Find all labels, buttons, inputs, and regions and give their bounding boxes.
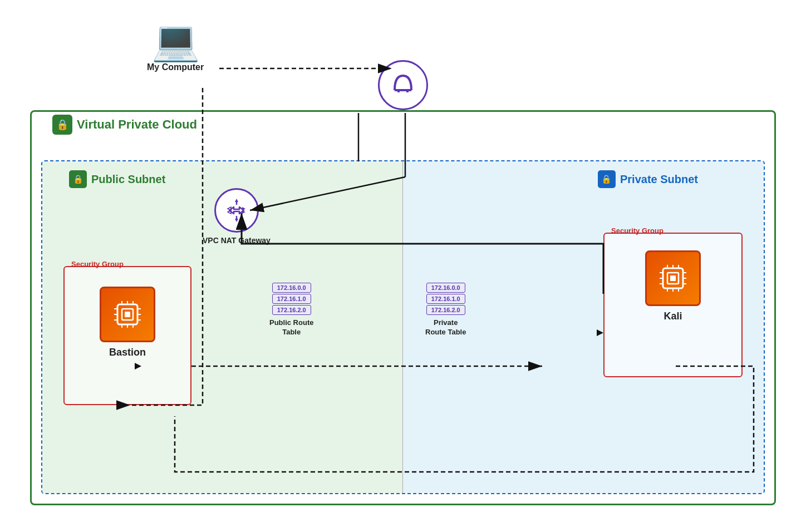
sg-bastion-label: Security Group xyxy=(71,260,124,268)
svg-rect-26 xyxy=(125,312,130,317)
my-computer: 💻 My Computer xyxy=(147,21,204,72)
vpc-label: 🔒 Virtual Private Cloud xyxy=(52,115,197,135)
public-subnet-icon: 🔒 xyxy=(69,170,87,188)
public-subnet-label: 🔒 Public Subnet xyxy=(69,170,165,188)
private-subnet-label: 🔒 Private Subnet xyxy=(598,170,698,188)
bastion-ec2-icon xyxy=(100,287,155,342)
nat-icon xyxy=(214,188,259,233)
sg-kali-label: Security Group xyxy=(611,226,664,235)
public-route-table: 172.16.0.0 172.16.1.0 172.16.2.0 Public … xyxy=(269,283,313,337)
laptop-icon: 💻 xyxy=(151,21,200,60)
security-group-bastion: Security Group xyxy=(63,266,191,405)
public-route-1: 172.16.0.0 xyxy=(272,283,311,293)
diagram-wrapper: 🔒 Virtual Private Cloud 💻 My Computer 🔒 … xyxy=(19,16,787,516)
bastion-container: Bastion xyxy=(100,287,155,358)
public-subnet-title: Public Subnet xyxy=(91,173,165,186)
private-subnet-icon: 🔒 xyxy=(598,170,616,188)
svg-marker-6 xyxy=(235,199,238,202)
public-route-3: 172.16.2.0 xyxy=(272,305,311,315)
private-route-3: 172.16.2.0 xyxy=(426,305,465,315)
kali-label: Kali xyxy=(664,311,682,322)
public-route-2: 172.16.1.0 xyxy=(272,294,311,304)
private-route-table: 172.16.0.0 172.16.1.0 172.16.2.0 Private… xyxy=(425,283,466,337)
private-route-badges: 172.16.0.0 172.16.1.0 172.16.2.0 xyxy=(426,283,465,315)
nat-gateway: VPC NAT Gateway xyxy=(203,188,271,245)
private-route-1: 172.16.0.0 xyxy=(426,283,465,293)
private-route-2: 172.16.1.0 xyxy=(426,294,465,304)
bastion-label: Bastion xyxy=(109,347,146,358)
kali-ec2-icon xyxy=(645,250,701,306)
svg-marker-7 xyxy=(235,219,238,222)
svg-marker-3 xyxy=(229,207,244,214)
private-route-label: PrivateRoute Table xyxy=(425,318,466,337)
security-group-kali: Security Group xyxy=(603,233,743,377)
public-route-badges: 172.16.0.0 172.16.1.0 172.16.2.0 xyxy=(272,283,311,315)
kali-container: Kali xyxy=(645,250,701,322)
nat-label: VPC NAT Gateway xyxy=(203,236,271,245)
my-computer-label: My Computer xyxy=(147,62,204,72)
vpc-title: Virtual Private Cloud xyxy=(77,117,197,132)
vpc-icon: 🔒 xyxy=(52,115,72,135)
public-route-label: Public RouteTable xyxy=(269,318,313,337)
igw-circle xyxy=(378,60,428,110)
private-subnet-title: Private Subnet xyxy=(620,173,698,186)
svg-rect-41 xyxy=(670,275,676,281)
igw-icon xyxy=(389,69,417,102)
